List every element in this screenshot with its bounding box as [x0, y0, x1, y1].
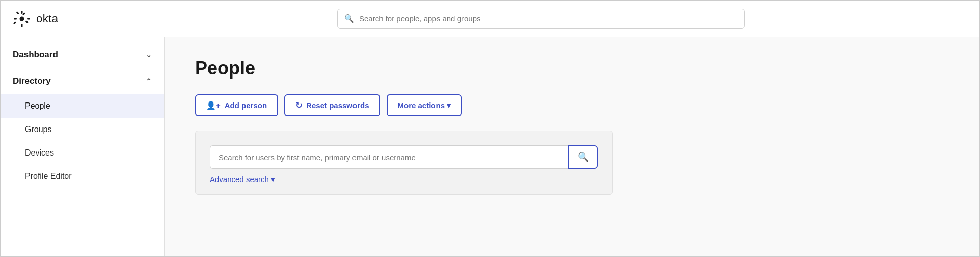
- svg-rect-5: [16, 11, 19, 14]
- sidebar-section-dashboard: Dashboard ⌄: [1, 41, 164, 68]
- logo-area: okta: [13, 10, 115, 28]
- reset-passwords-label: Reset passwords: [306, 101, 369, 110]
- user-search-button[interactable]: 🔍: [568, 145, 598, 169]
- person-add-icon: 👤+: [206, 101, 221, 110]
- reset-passwords-button[interactable]: ↻ Reset passwords: [284, 94, 380, 116]
- svg-rect-3: [14, 18, 17, 19]
- search-icon: 🔍: [578, 151, 589, 163]
- sidebar-section-label-directory: Directory: [13, 76, 51, 86]
- main-content: People 👤+ Add person ↻ Reset passwords M…: [165, 37, 979, 257]
- user-search-area: 🔍 Advanced search ▾: [195, 131, 613, 195]
- sidebar-section-header-dashboard[interactable]: Dashboard ⌄: [1, 41, 164, 68]
- sidebar-section-directory: Directory ⌃ People Groups Devices Profil…: [1, 68, 164, 188]
- header-search-area: 🔍: [337, 9, 745, 29]
- advanced-search-link[interactable]: Advanced search ▾: [210, 175, 275, 184]
- svg-rect-4: [27, 18, 30, 19]
- sidebar-item-profile-editor[interactable]: Profile Editor: [1, 165, 164, 188]
- more-actions-button[interactable]: More actions ▾: [387, 94, 462, 116]
- sidebar-item-label-profile-editor: Profile Editor: [25, 172, 72, 181]
- advanced-search-label: Advanced search ▾: [210, 175, 275, 184]
- actions-row: 👤+ Add person ↻ Reset passwords More act…: [195, 94, 949, 116]
- header: okta 🔍: [1, 1, 979, 37]
- page-title: People: [195, 58, 949, 79]
- sidebar-item-label-people: People: [25, 101, 50, 111]
- user-search-wrapper: 🔍: [210, 145, 598, 169]
- okta-logo-text: okta: [36, 12, 59, 25]
- user-search-input[interactable]: [210, 145, 568, 169]
- add-person-button[interactable]: 👤+ Add person: [195, 94, 278, 116]
- okta-logo-icon: [13, 10, 31, 28]
- sidebar-section-label-dashboard: Dashboard: [13, 49, 58, 60]
- svg-rect-8: [13, 21, 16, 24]
- svg-rect-1: [21, 11, 23, 14]
- svg-rect-7: [22, 12, 25, 15]
- header-search-input[interactable]: [337, 9, 745, 29]
- sidebar-item-people[interactable]: People: [1, 94, 164, 118]
- chevron-up-icon: ⌃: [146, 77, 152, 85]
- main-layout: Dashboard ⌄ Directory ⌃ People Groups De…: [1, 37, 979, 257]
- svg-rect-2: [21, 24, 23, 27]
- sidebar: Dashboard ⌄ Directory ⌃ People Groups De…: [1, 37, 165, 257]
- add-person-label: Add person: [225, 101, 267, 110]
- svg-point-0: [20, 16, 24, 21]
- sidebar-section-header-directory[interactable]: Directory ⌃: [1, 68, 164, 94]
- sidebar-item-label-devices: Devices: [25, 148, 54, 158]
- header-search-icon: 🔍: [344, 14, 355, 23]
- chevron-down-icon: ⌄: [146, 50, 152, 59]
- sidebar-item-devices[interactable]: Devices: [1, 141, 164, 165]
- reset-icon: ↻: [295, 100, 302, 110]
- svg-rect-6: [25, 20, 29, 23]
- more-actions-label: More actions ▾: [398, 101, 451, 110]
- sidebar-item-groups[interactable]: Groups: [1, 118, 164, 141]
- sidebar-item-label-groups: Groups: [25, 125, 51, 134]
